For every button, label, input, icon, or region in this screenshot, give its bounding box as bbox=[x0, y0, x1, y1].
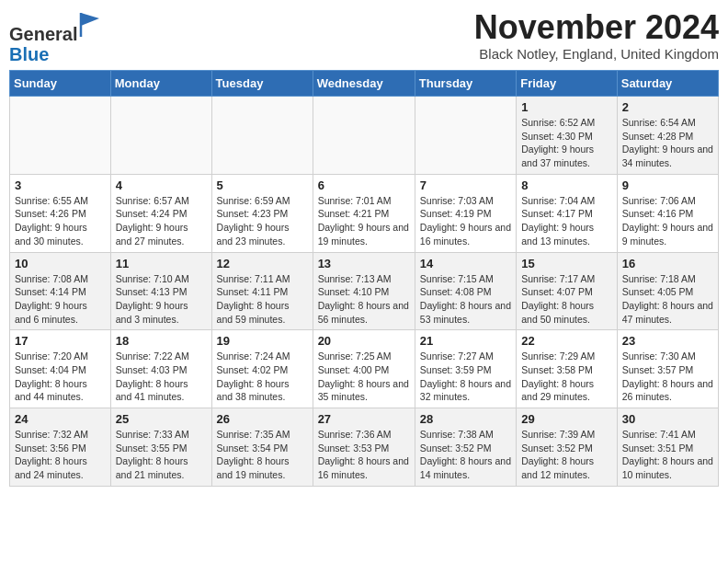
day-number: 25 bbox=[116, 412, 207, 426]
calendar-cell bbox=[313, 97, 415, 175]
calendar-body: 1Sunrise: 6:52 AM Sunset: 4:30 PM Daylig… bbox=[10, 97, 719, 487]
calendar-cell: 4Sunrise: 6:57 AM Sunset: 4:24 PM Daylig… bbox=[110, 174, 211, 252]
calendar-table: SundayMondayTuesdayWednesdayThursdayFrid… bbox=[9, 70, 719, 487]
column-header-monday: Monday bbox=[110, 71, 211, 97]
header-row: SundayMondayTuesdayWednesdayThursdayFrid… bbox=[10, 71, 719, 97]
calendar-cell: 29Sunrise: 7:39 AM Sunset: 3:52 PM Dayli… bbox=[517, 408, 618, 487]
day-number: 30 bbox=[622, 412, 713, 426]
day-info: Sunrise: 7:10 AM Sunset: 4:13 PM Dayligh… bbox=[116, 272, 207, 327]
day-number: 15 bbox=[521, 257, 612, 270]
calendar-cell: 30Sunrise: 7:41 AM Sunset: 3:51 PM Dayli… bbox=[617, 408, 718, 487]
calendar-cell: 10Sunrise: 7:08 AM Sunset: 4:14 PM Dayli… bbox=[10, 252, 111, 330]
column-header-tuesday: Tuesday bbox=[211, 71, 313, 97]
calendar-cell: 8Sunrise: 7:04 AM Sunset: 4:17 PM Daylig… bbox=[517, 174, 618, 252]
day-number: 9 bbox=[622, 178, 713, 192]
day-number: 17 bbox=[15, 334, 106, 348]
day-number: 18 bbox=[116, 334, 207, 348]
calendar-cell: 11Sunrise: 7:10 AM Sunset: 4:13 PM Dayli… bbox=[110, 252, 211, 330]
calendar-week-5: 24Sunrise: 7:32 AM Sunset: 3:56 PM Dayli… bbox=[10, 408, 719, 487]
day-number: 11 bbox=[116, 257, 207, 270]
calendar-cell: 5Sunrise: 6:59 AM Sunset: 4:23 PM Daylig… bbox=[211, 174, 313, 252]
day-info: Sunrise: 7:35 AM Sunset: 3:54 PM Dayligh… bbox=[217, 428, 308, 482]
day-info: Sunrise: 7:15 AM Sunset: 4:08 PM Dayligh… bbox=[420, 272, 511, 327]
day-info: Sunrise: 7:30 AM Sunset: 3:57 PM Dayligh… bbox=[622, 350, 713, 404]
column-header-saturday: Saturday bbox=[617, 71, 718, 97]
day-info: Sunrise: 6:55 AM Sunset: 4:26 PM Dayligh… bbox=[15, 194, 106, 248]
calendar-cell: 22Sunrise: 7:29 AM Sunset: 3:58 PM Dayli… bbox=[517, 330, 618, 408]
day-number: 6 bbox=[318, 178, 410, 192]
day-info: Sunrise: 7:38 AM Sunset: 3:52 PM Dayligh… bbox=[420, 428, 511, 482]
calendar-cell bbox=[415, 97, 516, 175]
calendar-cell: 12Sunrise: 7:11 AM Sunset: 4:11 PM Dayli… bbox=[211, 252, 313, 330]
day-number: 20 bbox=[318, 334, 410, 348]
day-number: 24 bbox=[15, 412, 106, 426]
calendar-cell: 3Sunrise: 6:55 AM Sunset: 4:26 PM Daylig… bbox=[10, 174, 111, 252]
day-info: Sunrise: 7:13 AM Sunset: 4:10 PM Dayligh… bbox=[318, 272, 410, 327]
column-header-friday: Friday bbox=[517, 71, 618, 97]
day-number: 5 bbox=[217, 178, 308, 192]
calendar-cell: 25Sunrise: 7:33 AM Sunset: 3:55 PM Dayli… bbox=[110, 408, 211, 487]
day-number: 10 bbox=[15, 257, 106, 270]
month-title: November 2024 bbox=[474, 9, 719, 46]
calendar-header: SundayMondayTuesdayWednesdayThursdayFrid… bbox=[10, 71, 719, 97]
day-info: Sunrise: 7:08 AM Sunset: 4:14 PM Dayligh… bbox=[15, 272, 106, 327]
logo-general-text: General bbox=[9, 24, 77, 44]
calendar-cell: 14Sunrise: 7:15 AM Sunset: 4:08 PM Dayli… bbox=[415, 252, 516, 330]
day-number: 12 bbox=[217, 257, 308, 270]
day-info: Sunrise: 7:17 AM Sunset: 4:07 PM Dayligh… bbox=[521, 272, 612, 327]
column-header-wednesday: Wednesday bbox=[313, 71, 415, 97]
day-info: Sunrise: 7:18 AM Sunset: 4:05 PM Dayligh… bbox=[622, 272, 713, 327]
calendar-cell: 18Sunrise: 7:22 AM Sunset: 4:03 PM Dayli… bbox=[110, 330, 211, 408]
day-info: Sunrise: 7:41 AM Sunset: 3:51 PM Dayligh… bbox=[622, 428, 713, 482]
day-info: Sunrise: 7:24 AM Sunset: 4:02 PM Dayligh… bbox=[217, 350, 308, 404]
day-info: Sunrise: 7:33 AM Sunset: 3:55 PM Dayligh… bbox=[116, 428, 207, 482]
calendar-cell: 24Sunrise: 7:32 AM Sunset: 3:56 PM Dayli… bbox=[10, 408, 111, 487]
title-area: November 2024 Black Notley, England, Uni… bbox=[474, 9, 719, 62]
page-header: General Blue November 2024 Black Notley,… bbox=[9, 9, 719, 64]
day-number: 23 bbox=[622, 334, 713, 348]
calendar-cell: 23Sunrise: 7:30 AM Sunset: 3:57 PM Dayli… bbox=[617, 330, 718, 408]
calendar-cell: 17Sunrise: 7:20 AM Sunset: 4:04 PM Dayli… bbox=[10, 330, 111, 408]
day-info: Sunrise: 7:32 AM Sunset: 3:56 PM Dayligh… bbox=[15, 428, 106, 482]
svg-marker-0 bbox=[81, 13, 99, 26]
calendar-cell: 16Sunrise: 7:18 AM Sunset: 4:05 PM Dayli… bbox=[617, 252, 718, 330]
day-number: 27 bbox=[318, 412, 410, 426]
day-number: 3 bbox=[15, 178, 106, 192]
logo-blue-text: Blue bbox=[9, 44, 49, 64]
day-number: 16 bbox=[622, 257, 713, 270]
calendar-cell: 20Sunrise: 7:25 AM Sunset: 4:00 PM Dayli… bbox=[313, 330, 415, 408]
calendar-week-4: 17Sunrise: 7:20 AM Sunset: 4:04 PM Dayli… bbox=[10, 330, 719, 408]
day-number: 29 bbox=[521, 412, 612, 426]
calendar-week-3: 10Sunrise: 7:08 AM Sunset: 4:14 PM Dayli… bbox=[10, 252, 719, 330]
calendar-week-2: 3Sunrise: 6:55 AM Sunset: 4:26 PM Daylig… bbox=[10, 174, 719, 252]
calendar-cell: 1Sunrise: 6:52 AM Sunset: 4:30 PM Daylig… bbox=[517, 97, 618, 175]
calendar-cell: 27Sunrise: 7:36 AM Sunset: 3:53 PM Dayli… bbox=[313, 408, 415, 487]
calendar-cell: 19Sunrise: 7:24 AM Sunset: 4:02 PM Dayli… bbox=[211, 330, 313, 408]
day-info: Sunrise: 7:22 AM Sunset: 4:03 PM Dayligh… bbox=[116, 350, 207, 404]
day-number: 14 bbox=[420, 257, 511, 270]
day-info: Sunrise: 6:52 AM Sunset: 4:30 PM Dayligh… bbox=[521, 116, 612, 170]
location-subtitle: Black Notley, England, United Kingdom bbox=[474, 46, 719, 62]
day-info: Sunrise: 7:20 AM Sunset: 4:04 PM Dayligh… bbox=[15, 350, 106, 404]
day-info: Sunrise: 6:59 AM Sunset: 4:23 PM Dayligh… bbox=[217, 194, 308, 248]
day-info: Sunrise: 7:01 AM Sunset: 4:21 PM Dayligh… bbox=[318, 194, 410, 248]
calendar-cell: 13Sunrise: 7:13 AM Sunset: 4:10 PM Dayli… bbox=[313, 252, 415, 330]
day-info: Sunrise: 7:03 AM Sunset: 4:19 PM Dayligh… bbox=[420, 194, 511, 248]
day-info: Sunrise: 7:36 AM Sunset: 3:53 PM Dayligh… bbox=[318, 428, 410, 482]
day-info: Sunrise: 6:54 AM Sunset: 4:28 PM Dayligh… bbox=[622, 116, 713, 170]
calendar-cell: 6Sunrise: 7:01 AM Sunset: 4:21 PM Daylig… bbox=[313, 174, 415, 252]
day-number: 8 bbox=[521, 178, 612, 192]
day-info: Sunrise: 7:29 AM Sunset: 3:58 PM Dayligh… bbox=[521, 350, 612, 404]
logo: General Blue bbox=[9, 13, 101, 64]
calendar-cell: 26Sunrise: 7:35 AM Sunset: 3:54 PM Dayli… bbox=[211, 408, 313, 487]
column-header-sunday: Sunday bbox=[10, 71, 111, 97]
calendar-cell: 7Sunrise: 7:03 AM Sunset: 4:19 PM Daylig… bbox=[415, 174, 516, 252]
calendar-cell bbox=[110, 97, 211, 175]
calendar-cell: 2Sunrise: 6:54 AM Sunset: 4:28 PM Daylig… bbox=[617, 97, 718, 175]
day-number: 19 bbox=[217, 334, 308, 348]
day-info: Sunrise: 7:11 AM Sunset: 4:11 PM Dayligh… bbox=[217, 272, 308, 327]
column-header-thursday: Thursday bbox=[415, 71, 516, 97]
calendar-week-1: 1Sunrise: 6:52 AM Sunset: 4:30 PM Daylig… bbox=[10, 97, 719, 175]
day-info: Sunrise: 6:57 AM Sunset: 4:24 PM Dayligh… bbox=[116, 194, 207, 248]
day-number: 22 bbox=[521, 334, 612, 348]
